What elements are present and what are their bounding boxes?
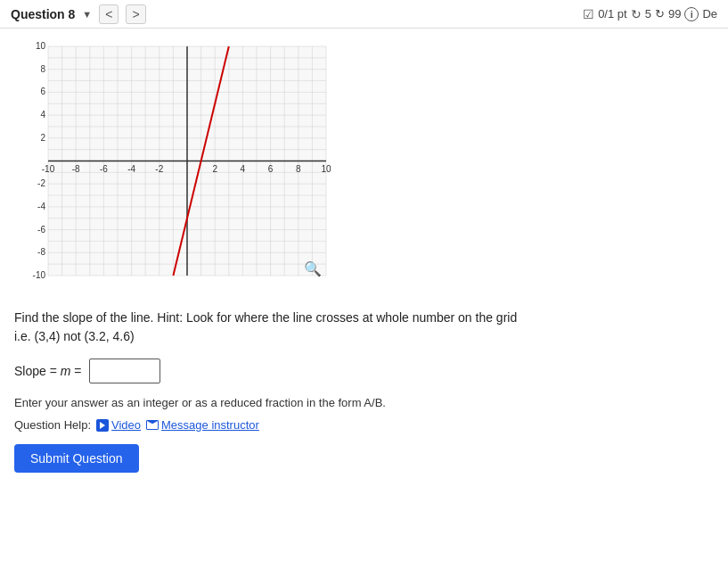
score-label: 0/1 pt [598, 7, 627, 21]
video-label: Video [111, 418, 141, 432]
header-left: Question 8 ▼ < > [11, 4, 146, 24]
graph-canvas [14, 37, 335, 292]
slope-input[interactable] [89, 359, 160, 383]
play-icon [96, 419, 109, 432]
question-line2: i.e. (3,4) not (3.2, 4.6) [14, 329, 135, 343]
score-badge: ☑ 0/1 pt ↻ 5 ↻ 99 i De [583, 7, 717, 21]
slope-label: Slope = m = [14, 364, 82, 378]
help-label: Question Help: [14, 418, 91, 432]
header-bar: Question 8 ▼ < > ☑ 0/1 pt ↻ 5 ↻ 99 i De [0, 0, 728, 29]
question-label: Question 8 [11, 7, 75, 21]
refresh-icon: ↻ [655, 7, 665, 21]
nav-forward-button[interactable]: > [126, 4, 145, 24]
remaining-label: 99 [668, 7, 681, 21]
mail-icon [146, 420, 159, 430]
submit-question-button[interactable]: Submit Question [14, 444, 139, 473]
header-right: ☑ 0/1 pt ↻ 5 ↻ 99 i De [583, 7, 717, 21]
question-line1: Find the slope of the line. Hint: Look f… [14, 310, 517, 325]
nav-back-button[interactable]: < [99, 4, 119, 24]
dropdown-arrow-icon[interactable]: ▼ [82, 9, 92, 20]
graph-container [14, 37, 344, 296]
attempts-icon: ↻ [631, 7, 642, 21]
de-label: De [702, 7, 717, 21]
video-link[interactable]: Video [96, 418, 141, 432]
slope-row: Slope = m = [14, 359, 714, 383]
answer-note: Enter your answer as an integer or as a … [14, 396, 714, 409]
info-icon[interactable]: i [684, 7, 699, 21]
checkbox-icon: ☑ [583, 7, 594, 21]
message-instructor-link[interactable]: Message instructor [146, 418, 259, 432]
help-row: Question Help: Video Message instructor [14, 418, 714, 432]
attempts-label: 5 [645, 7, 651, 21]
question-text: Find the slope of the line. Hint: Look f… [14, 309, 585, 346]
main-content: Find the slope of the line. Hint: Look f… [0, 29, 728, 482]
message-label: Message instructor [161, 418, 259, 432]
